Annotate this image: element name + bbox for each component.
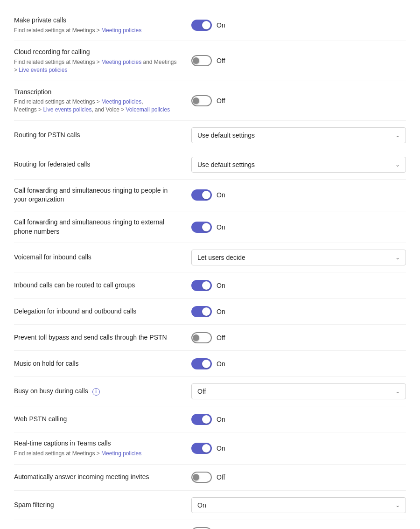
realtime-captions-label: Real-time captions in Teams calls — [14, 439, 177, 448]
setting-row-auto-answer-invites: Automatically answer incoming meeting in… — [14, 465, 406, 491]
prevent-toll-bypass-toggle-wrapper: Off — [191, 332, 225, 343]
voicemail-policies-link[interactable]: Voicemail policies — [126, 106, 170, 113]
delegation-inbound-outbound-label: Delegation for inbound and outbound call… — [14, 307, 177, 316]
music-on-hold-control: On — [187, 358, 406, 369]
setting-row-voicemail-inbound: Voicemail for inbound callsLet users dec… — [14, 243, 406, 272]
routing-federated-dropdown-value: Use default settings — [197, 161, 255, 168]
spam-filtering-control: On⌄ — [187, 497, 406, 513]
sip-devices-toggle-wrapper: Off — [191, 527, 225, 529]
music-on-hold-toggle[interactable] — [191, 358, 212, 369]
transcription-control: Off — [187, 95, 406, 106]
prevent-toll-bypass-control: Off — [187, 332, 406, 343]
call-forwarding-org-label: Call forwarding and simultaneous ringing… — [14, 186, 177, 204]
meeting-policies-link[interactable]: Meeting policies — [101, 450, 141, 457]
web-pstn-calling-toggle-wrapper: On — [191, 414, 225, 425]
cloud-recording-calling-label: Cloud recording for calling — [14, 48, 177, 57]
setting-row-transcription: TranscriptionFind related settings at Me… — [14, 81, 406, 121]
spam-filtering-dropdown[interactable]: On⌄ — [191, 497, 406, 513]
routing-federated-dropdown[interactable]: Use default settings⌄ — [191, 157, 406, 173]
realtime-captions-state-label: On — [217, 445, 225, 452]
setting-row-sip-devices: SIP devices can be used for callsOff — [14, 520, 406, 529]
prevent-toll-bypass-toggle[interactable] — [191, 332, 212, 343]
setting-row-delegation-inbound-outbound: Delegation for inbound and outbound call… — [14, 299, 406, 325]
make-private-calls-toggle[interactable] — [191, 20, 212, 31]
cloud-recording-calling-toggle[interactable] — [191, 55, 212, 66]
web-pstn-calling-toggle[interactable] — [191, 414, 212, 425]
routing-federated-chevron-icon: ⌄ — [395, 161, 400, 168]
auto-answer-invites-toggle-wrapper: Off — [191, 472, 225, 483]
call-forwarding-org-toggle[interactable] — [191, 189, 212, 201]
delegation-inbound-outbound-toggle-wrapper: On — [191, 306, 225, 317]
inbound-calls-groups-label-group: Inbound calls can be routed to call grou… — [14, 281, 187, 290]
busy-on-busy-info-icon[interactable]: i — [92, 388, 100, 396]
routing-pstn-label: Routing for PSTN calls — [14, 131, 177, 140]
auto-answer-invites-state-label: Off — [217, 473, 225, 481]
call-forwarding-external-label: Call forwarding and simultaneous ringing… — [14, 218, 177, 236]
spam-filtering-label-group: Spam filtering — [14, 501, 187, 510]
realtime-captions-toggle[interactable] — [191, 443, 212, 454]
web-pstn-calling-label: Web PSTN calling — [14, 415, 177, 424]
cloud-recording-calling-control: Off — [187, 55, 406, 66]
voicemail-inbound-dropdown[interactable]: Let users decide⌄ — [191, 250, 406, 265]
setting-row-cloud-recording-calling: Cloud recording for callingFind related … — [14, 41, 406, 81]
delegation-inbound-outbound-toggle[interactable] — [191, 306, 212, 317]
prevent-toll-bypass-label-group: Prevent toll bypass and send calls throu… — [14, 333, 187, 342]
busy-on-busy-label-group: Busy on busy during calls i — [14, 387, 187, 396]
meeting-policies-link[interactable]: Meeting policies — [101, 27, 141, 34]
music-on-hold-label-group: Music on hold for calls — [14, 359, 187, 369]
call-forwarding-external-label-group: Call forwarding and simultaneous ringing… — [14, 218, 187, 236]
routing-pstn-control: Use default settings⌄ — [187, 127, 406, 143]
setting-row-routing-federated: Routing for federated callsUse default s… — [14, 150, 406, 180]
web-pstn-calling-state-label: On — [217, 416, 225, 423]
make-private-calls-state-label: On — [217, 21, 225, 29]
prevent-toll-bypass-state-label: Off — [217, 334, 225, 341]
music-on-hold-label: Music on hold for calls — [14, 359, 177, 369]
sip-devices-control: Off — [187, 527, 406, 529]
meeting-policies-link[interactable]: Meeting policies — [101, 98, 141, 105]
auto-answer-invites-toggle[interactable] — [191, 472, 212, 483]
setting-row-music-on-hold: Music on hold for callsOn — [14, 351, 406, 377]
prevent-toll-bypass-label: Prevent toll bypass and send calls throu… — [14, 333, 177, 342]
call-forwarding-org-state-label: On — [217, 191, 225, 199]
voicemail-inbound-label: Voicemail for inbound calls — [14, 253, 177, 262]
cloud-recording-calling-label-group: Cloud recording for callingFind related … — [14, 48, 187, 74]
inbound-calls-groups-toggle-wrapper: On — [191, 280, 225, 291]
voicemail-inbound-label-group: Voicemail for inbound calls — [14, 253, 187, 262]
routing-federated-label-group: Routing for federated calls — [14, 160, 187, 169]
live-events-link[interactable]: Live events policies — [43, 106, 91, 113]
call-forwarding-external-state-label: On — [217, 223, 225, 231]
setting-row-busy-on-busy: Busy on busy during calls iOff⌄ — [14, 377, 406, 406]
voicemail-inbound-dropdown-value: Let users decide — [197, 254, 245, 261]
call-forwarding-external-toggle-wrapper: On — [191, 222, 225, 233]
music-on-hold-toggle-wrapper: On — [191, 358, 225, 369]
busy-on-busy-control: Off⌄ — [187, 383, 406, 399]
music-on-hold-state-label: On — [217, 360, 225, 368]
delegation-inbound-outbound-state-label: On — [217, 308, 225, 315]
routing-pstn-chevron-icon: ⌄ — [395, 132, 400, 139]
setting-row-call-forwarding-external: Call forwarding and simultaneous ringing… — [14, 211, 406, 243]
busy-on-busy-chevron-icon: ⌄ — [395, 388, 400, 395]
busy-on-busy-dropdown-value: Off — [197, 388, 206, 395]
transcription-toggle[interactable] — [191, 95, 212, 106]
setting-row-routing-pstn: Routing for PSTN callsUse default settin… — [14, 121, 406, 150]
inbound-calls-groups-toggle[interactable] — [191, 280, 212, 291]
routing-pstn-label-group: Routing for PSTN calls — [14, 131, 187, 140]
transcription-label: Transcription — [14, 88, 177, 97]
spam-filtering-label: Spam filtering — [14, 501, 177, 510]
cloud-recording-calling-state-label: Off — [217, 57, 225, 64]
call-forwarding-external-toggle[interactable] — [191, 222, 212, 233]
busy-on-busy-dropdown[interactable]: Off⌄ — [191, 383, 406, 399]
setting-row-inbound-calls-groups: Inbound calls can be routed to call grou… — [14, 272, 406, 299]
routing-pstn-dropdown[interactable]: Use default settings⌄ — [191, 127, 406, 143]
transcription-state-label: Off — [217, 97, 225, 104]
meeting-policies-link[interactable]: Meeting policies — [101, 59, 141, 65]
inbound-calls-groups-label: Inbound calls can be routed to call grou… — [14, 281, 177, 290]
call-forwarding-org-toggle-wrapper: On — [191, 189, 225, 201]
sip-devices-toggle[interactable] — [191, 527, 212, 529]
live-events-link[interactable]: Live events policies — [19, 67, 67, 73]
make-private-calls-toggle-wrapper: On — [191, 20, 225, 31]
voicemail-inbound-control: Let users decide⌄ — [187, 250, 406, 265]
auto-answer-invites-control: Off — [187, 472, 406, 483]
voicemail-inbound-chevron-icon: ⌄ — [395, 254, 400, 261]
realtime-captions-control: On — [187, 443, 406, 454]
